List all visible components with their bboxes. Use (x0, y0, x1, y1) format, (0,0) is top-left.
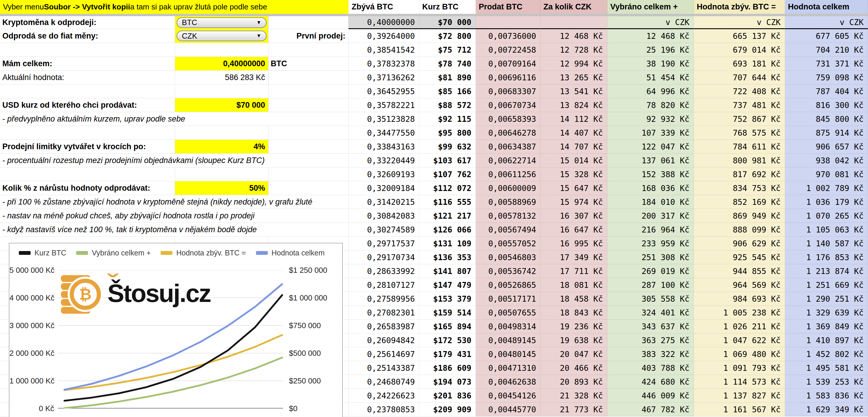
table-cell[interactable]: $92 115 (419, 112, 476, 126)
table-cell[interactable]: 1 070 265 Kč (785, 209, 868, 223)
table-cell[interactable]: 1 495 581 Kč (785, 361, 868, 375)
table-cell[interactable]: 200 317 Kč (607, 209, 694, 223)
table-cell[interactable]: 1 329 639 Kč (785, 306, 868, 320)
usd-rate-input[interactable]: $70 000 (175, 98, 268, 112)
table-cell[interactable]: 722 408 Kč (694, 85, 785, 98)
table-cell[interactable]: 18 458 Kč (540, 292, 607, 306)
table-cell[interactable]: 0,00578132 (476, 209, 540, 223)
unit-note-cell[interactable]: v CZK (694, 16, 785, 29)
table-cell[interactable]: 363 275 Kč (607, 333, 694, 347)
table-cell[interactable]: 0,34477550 (348, 126, 419, 140)
table-cell[interactable]: $136 353 (419, 250, 476, 264)
table-cell[interactable]: 0,00536742 (476, 264, 540, 278)
table-cell[interactable]: $131 109 (419, 237, 476, 250)
table-cell[interactable]: 15 328 Kč (540, 168, 607, 181)
table-cell[interactable]: 0,00622714 (476, 154, 540, 168)
table-cell[interactable]: 184 010 Kč (607, 195, 694, 209)
table-cell[interactable]: 0,28633992 (348, 264, 419, 278)
table-cell[interactable]: 800 981 Kč (694, 154, 785, 168)
table-cell[interactable]: 0,30274589 (348, 223, 419, 237)
table-cell[interactable]: 0,00696116 (476, 71, 540, 85)
table-cell[interactable]: $172 530 (419, 333, 476, 347)
chart[interactable]: Kurz BTCVybráno celkem +Hodnota zbýv. BT… (9, 243, 343, 417)
table-cell[interactable]: 0,26583987 (348, 320, 419, 333)
table-cell[interactable]: 875 914 Kč (785, 126, 868, 140)
table-cell[interactable]: 0,24680749 (348, 375, 419, 389)
table-cell[interactable]: 693 181 Kč (694, 57, 785, 71)
table-cell[interactable]: 1 369 849 Kč (785, 320, 868, 333)
table-cell[interactable]: 852 169 Kč (694, 195, 785, 209)
table-cell[interactable]: 1 091 793 Kč (694, 361, 785, 375)
table-cell[interactable]: 343 637 Kč (607, 320, 694, 333)
table-cell[interactable]: 251 308 Kč (607, 250, 694, 264)
table-cell[interactable]: 92 932 Kč (607, 112, 694, 126)
start-kurz-cell[interactable]: $70 000 (419, 16, 476, 29)
table-cell[interactable]: 0,30842083 (348, 209, 419, 223)
sell-pct-input[interactable]: 50% (175, 181, 268, 195)
table-cell[interactable]: 0,00557052 (476, 237, 540, 250)
table-cell[interactable]: 0,00517171 (476, 292, 540, 306)
table-cell[interactable]: 938 042 Kč (785, 154, 868, 168)
table-cell[interactable]: 0,36452955 (348, 85, 419, 98)
table-cell[interactable]: 137 061 Kč (607, 154, 694, 168)
fiat-dropdown[interactable]: CZK ▼ (177, 31, 267, 41)
table-cell[interactable]: 869 949 Kč (694, 209, 785, 223)
table-cell[interactable]: 0,00722458 (476, 43, 540, 57)
table-cell[interactable]: 15 974 Kč (540, 195, 607, 209)
table-cell[interactable]: $116 555 (419, 195, 476, 209)
table-cell[interactable]: 14 112 Kč (540, 112, 607, 126)
table-cell[interactable]: 1 036 179 Kč (785, 195, 868, 209)
table-cell[interactable]: 0,00454126 (476, 389, 540, 403)
table-cell[interactable]: 0,33220449 (348, 154, 419, 168)
table-cell[interactable]: 13 265 Kč (540, 71, 607, 85)
table-cell[interactable]: $75 712 (419, 43, 476, 57)
table-cell[interactable]: 0,00507655 (476, 306, 540, 320)
table-cell[interactable]: 0,25143387 (348, 361, 419, 375)
table-cell[interactable]: 152 388 Kč (607, 168, 694, 181)
table-cell[interactable]: 1 114 573 Kč (694, 375, 785, 389)
table-cell[interactable]: $107 762 (419, 168, 476, 181)
table-cell[interactable]: 964 569 Kč (694, 278, 785, 292)
table-cell[interactable]: 0,27082301 (348, 306, 419, 320)
table-cell[interactable]: 0,38541542 (348, 43, 419, 57)
table-cell[interactable]: 0,35782221 (348, 98, 419, 112)
table-cell[interactable]: 17 711 Kč (540, 264, 607, 278)
table-cell[interactable]: 0,37136262 (348, 71, 419, 85)
table-cell[interactable]: 0,00683307 (476, 85, 540, 98)
table-cell[interactable]: 0,29717537 (348, 237, 419, 250)
table-cell[interactable]: 0,00588969 (476, 195, 540, 209)
table-cell[interactable]: $112 072 (419, 181, 476, 195)
table-cell[interactable]: 269 019 Kč (607, 264, 694, 278)
table-cell[interactable]: 0,29170734 (348, 250, 419, 264)
table-cell[interactable]: 704 210 Kč (785, 43, 868, 57)
table-cell[interactable]: 18 081 Kč (540, 278, 607, 292)
table-cell[interactable]: 107 339 Kč (607, 126, 694, 140)
table-cell[interactable]: 0,23780853 (348, 403, 419, 416)
table-cell[interactable]: 768 575 Kč (694, 126, 785, 140)
table-cell[interactable]: 17 349 Kč (540, 250, 607, 264)
table-cell[interactable]: 16 647 Kč (540, 223, 607, 237)
table-cell[interactable]: 16 995 Kč (540, 237, 607, 250)
unit-note-cell[interactable]: v CZK (607, 16, 694, 29)
table-cell[interactable]: $85 166 (419, 85, 476, 98)
table-cell[interactable]: 0,00736000 (476, 29, 540, 43)
unit-note-cell[interactable]: v CZK (785, 16, 868, 29)
table-cell[interactable]: 38 190 Kč (607, 57, 694, 71)
table-cell[interactable]: $95 800 (419, 126, 476, 140)
table-cell[interactable]: 15 647 Kč (540, 181, 607, 195)
table-cell[interactable]: 784 611 Kč (694, 140, 785, 154)
table-cell[interactable]: 1 410 897 Kč (785, 333, 868, 347)
table-cell[interactable]: 970 081 Kč (785, 168, 868, 181)
table-cell[interactable]: 759 098 Kč (785, 71, 868, 85)
table-cell[interactable]: $81 890 (419, 71, 476, 85)
table-cell[interactable]: 305 558 Kč (607, 292, 694, 306)
table-cell[interactable]: $179 431 (419, 347, 476, 361)
table-cell[interactable]: 14 407 Kč (540, 126, 607, 140)
table-cell[interactable]: 383 322 Kč (607, 347, 694, 361)
table-cell[interactable]: 845 800 Kč (785, 112, 868, 126)
step-input[interactable]: 4% (175, 140, 268, 153)
table-cell[interactable]: 0,00546803 (476, 250, 540, 264)
table-cell[interactable]: 0,00471310 (476, 361, 540, 375)
table-cell[interactable]: 906 629 Kč (694, 237, 785, 250)
table-cell[interactable]: 287 100 Kč (607, 278, 694, 292)
